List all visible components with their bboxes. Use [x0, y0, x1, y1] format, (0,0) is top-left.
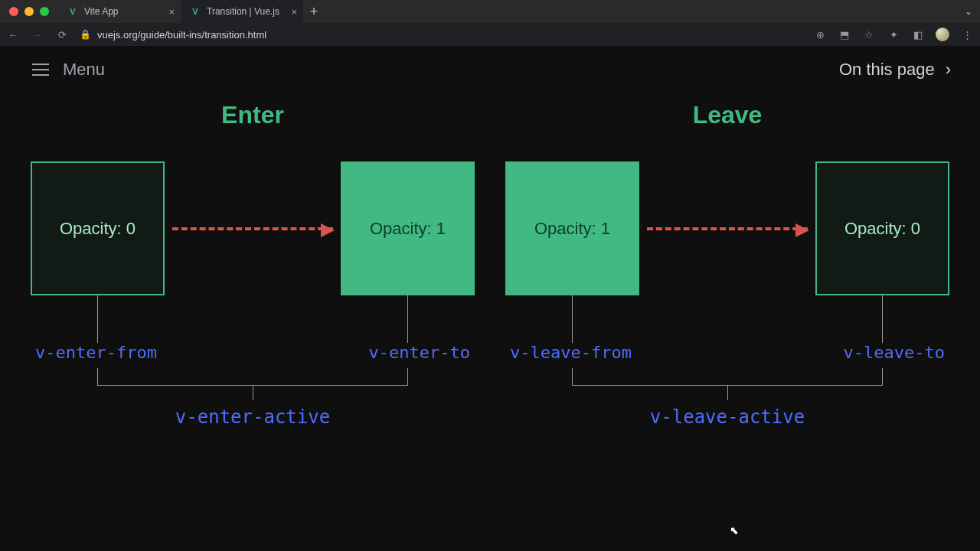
install-icon[interactable]: ⬒ — [838, 29, 851, 41]
window-titlebar: V Vite App × V Transition | Vue.js × + ⌄ — [0, 0, 980, 23]
kebab-menu-icon[interactable]: ⋮ — [960, 29, 974, 41]
window-close[interactable] — [9, 7, 18, 16]
back-button[interactable]: ← — [6, 29, 20, 41]
extensions-icon[interactable]: ✦ — [887, 29, 900, 41]
enter-from-class: v-enter-from — [35, 343, 157, 362]
forward-button[interactable]: → — [31, 29, 44, 41]
leave-to-class: v-leave-to — [844, 343, 945, 362]
outline-label: On this page — [839, 60, 935, 80]
outline-button[interactable]: On this page › — [839, 60, 951, 80]
leave-title: Leave — [505, 101, 949, 129]
leave-active-class: v-leave-active — [505, 406, 949, 428]
chevron-right-icon: › — [946, 60, 951, 80]
enter-from-box: Opacity: 0 — [31, 161, 165, 295]
tab-transition[interactable]: V Transition | Vue.js × — [181, 0, 303, 23]
browser-toolbar: ← → ⟳ 🔒 vuejs.org/guide/built-ins/transi… — [0, 23, 980, 46]
reload-button[interactable]: ⟳ — [55, 29, 69, 41]
mouse-cursor-icon: ⬉ — [730, 524, 739, 536]
transition-diagram: Enter Opacity: 0 Opacity: 1 v-enter-from… — [0, 93, 980, 428]
tab-title: Transition | Vue.js — [207, 6, 279, 17]
lock-icon: 🔒 — [80, 29, 91, 40]
page-content: Menu On this page › Enter Opacity: 0 Opa… — [0, 46, 980, 551]
address-bar[interactable]: 🔒 vuejs.org/guide/built-ins/transition.h… — [80, 29, 802, 41]
doc-topbar: Menu On this page › — [0, 46, 980, 93]
enter-to-class: v-enter-to — [369, 343, 470, 362]
zoom-icon[interactable]: ⊕ — [813, 29, 827, 41]
enter-half: Enter Opacity: 0 Opacity: 1 v-enter-from… — [31, 93, 475, 428]
tab-title: Vite App — [84, 6, 118, 17]
enter-title: Enter — [31, 101, 475, 129]
tab-vite-app[interactable]: V Vite App × — [58, 0, 181, 23]
new-tab-button[interactable]: + — [303, 4, 325, 20]
window-zoom[interactable] — [40, 7, 49, 16]
profile-avatar[interactable] — [936, 28, 949, 41]
leave-from-box: Opacity: 1 — [505, 161, 639, 295]
leave-from-class: v-leave-from — [510, 343, 632, 362]
bookmark-icon[interactable]: ☆ — [862, 29, 876, 41]
window-controls — [0, 7, 58, 16]
url-text: vuejs.org/guide/built-ins/transition.htm… — [97, 29, 266, 41]
vue-favicon-icon: V — [67, 6, 78, 17]
leave-arrow-icon — [647, 227, 808, 230]
window-minimize[interactable] — [24, 7, 34, 16]
tab-list-button[interactable]: ⌄ — [957, 6, 980, 17]
leave-to-box: Opacity: 0 — [815, 161, 949, 295]
enter-arrow-icon — [172, 227, 333, 230]
vue-favicon-icon: V — [190, 6, 201, 17]
sidepanel-icon[interactable]: ◧ — [911, 29, 925, 41]
menu-button[interactable]: Menu — [32, 60, 105, 80]
leave-half: Leave Opacity: 1 Opacity: 0 v-leave-from… — [505, 93, 949, 428]
enter-active-class: v-enter-active — [31, 406, 475, 428]
menu-label: Menu — [63, 60, 105, 80]
hamburger-icon — [32, 64, 49, 76]
close-tab-icon[interactable]: × — [291, 6, 297, 18]
close-tab-icon[interactable]: × — [168, 6, 175, 18]
enter-to-box: Opacity: 1 — [341, 161, 475, 295]
